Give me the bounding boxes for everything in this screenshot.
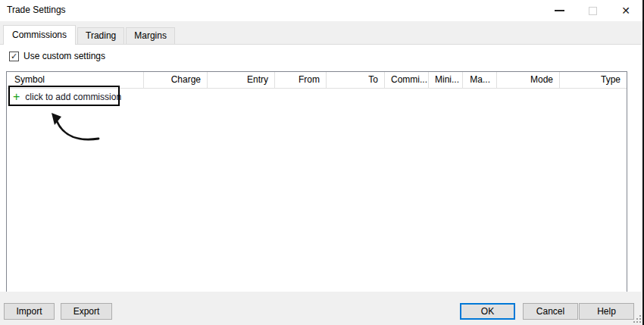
cancel-button[interactable]: Cancel bbox=[523, 303, 578, 320]
window-controls: ✕ bbox=[542, 0, 642, 21]
add-commission-label: click to add commission bbox=[25, 89, 121, 105]
tab-commissions[interactable]: Commissions bbox=[3, 25, 76, 45]
column-header-entry[interactable]: Entry bbox=[208, 72, 275, 88]
table-header: SymbolChargeEntryFromToCommi...Mini...Ma… bbox=[7, 72, 627, 89]
minimize-icon bbox=[555, 10, 564, 11]
import-button[interactable]: Import bbox=[4, 303, 55, 320]
close-button[interactable]: ✕ bbox=[609, 0, 642, 21]
export-button[interactable]: Export bbox=[61, 303, 112, 320]
column-header-charge[interactable]: Charge bbox=[144, 72, 208, 88]
column-header-commi[interactable]: Commi... bbox=[385, 72, 429, 88]
close-icon: ✕ bbox=[621, 5, 630, 16]
add-commission-row[interactable]: + click to add commission bbox=[7, 89, 627, 105]
column-header-to[interactable]: To bbox=[327, 72, 385, 88]
column-header-mini[interactable]: Mini... bbox=[429, 72, 463, 88]
checkbox-label: Use custom settings bbox=[23, 51, 105, 61]
tab-page-commissions: ✓ Use custom settings SymbolChargeEntryF… bbox=[0, 44, 641, 292]
resize-grip[interactable] bbox=[633, 314, 642, 323]
column-header-ma[interactable]: Ma... bbox=[463, 72, 497, 88]
column-header-type[interactable]: Type bbox=[560, 72, 627, 88]
trade-settings-dialog: Trade Settings ✕ Commissions Trading Mar… bbox=[0, 0, 644, 325]
tab-margins[interactable]: Margins bbox=[126, 27, 175, 44]
tab-trading[interactable]: Trading bbox=[77, 27, 124, 44]
maximize-button bbox=[576, 0, 609, 21]
column-header-symbol[interactable]: Symbol bbox=[7, 72, 144, 88]
use-custom-settings-checkbox[interactable]: ✓ Use custom settings bbox=[9, 51, 105, 61]
minimize-button[interactable] bbox=[542, 0, 576, 21]
maximize-icon bbox=[589, 7, 597, 15]
ok-button[interactable]: OK bbox=[460, 303, 515, 320]
commissions-table: SymbolChargeEntryFromToCommi...Mini...Ma… bbox=[6, 71, 627, 292]
footer: Import Export OK Cancel Help bbox=[0, 292, 644, 325]
window-title: Trade Settings bbox=[7, 0, 66, 20]
checkbox-checked-icon: ✓ bbox=[9, 52, 19, 61]
titlebar: Trade Settings ✕ bbox=[0, 0, 644, 21]
plus-icon: + bbox=[13, 91, 20, 103]
tab-strip: Commissions Trading Margins bbox=[0, 21, 644, 44]
column-header-from[interactable]: From bbox=[275, 72, 327, 88]
help-button[interactable]: Help bbox=[579, 303, 634, 320]
column-header-mode[interactable]: Mode bbox=[497, 72, 560, 88]
